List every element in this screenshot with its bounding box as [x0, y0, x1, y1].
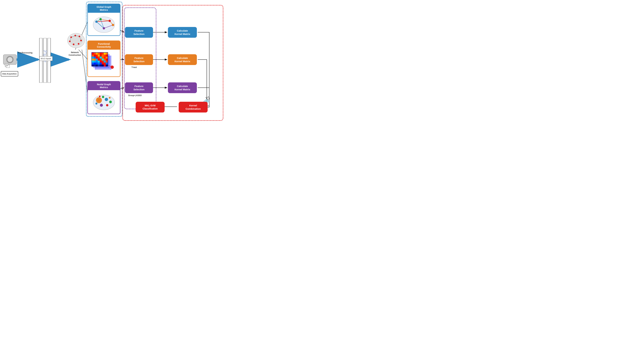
data-acquisition-box: Data Acquisition: [1, 71, 18, 76]
svg-point-131: [209, 98, 210, 99]
svg-rect-105: [96, 64, 98, 66]
svg-rect-76: [102, 56, 104, 58]
functional-connectivity-box: FunctionalConnectivity: [87, 40, 120, 77]
svg-rect-97: [96, 62, 98, 64]
svg-point-51: [100, 18, 102, 20]
svg-rect-77: [104, 56, 106, 58]
svg-rect-85: [104, 58, 106, 60]
svg-rect-71: [92, 56, 94, 58]
svg-rect-68: [102, 54, 104, 56]
svg-rect-100: [102, 62, 104, 64]
svg-rect-102: [106, 62, 108, 64]
svg-point-118: [106, 104, 108, 106]
svg-rect-83: [100, 58, 102, 60]
svg-point-117: [109, 100, 112, 103]
svg-point-48: [108, 20, 111, 22]
pipeline-diagram: Data Acquisition Pre-Processing BOLD Sig…: [0, 0, 232, 129]
svg-rect-98: [98, 62, 100, 64]
svg-rect-67: [100, 54, 102, 56]
brain-network-icon: [66, 32, 86, 50]
svg-point-33: [73, 44, 74, 45]
mkl-svm-box: MKL-SVMClassification: [136, 102, 164, 112]
svg-rect-109: [104, 64, 106, 66]
svg-rect-69: [104, 54, 106, 56]
svg-point-50: [103, 27, 105, 30]
feature-selection-1: FeatureSelection: [125, 27, 153, 38]
svg-rect-81: [96, 58, 98, 60]
svg-rect-59: [100, 52, 102, 54]
svg-point-120: [96, 102, 98, 104]
svg-point-127: [206, 97, 206, 98]
group-lasso-label: Group-LASSO: [128, 94, 142, 96]
svg-rect-66: [98, 54, 100, 56]
nodal-graph-metrics-box: Nodal GraphMetrics: [87, 81, 120, 114]
svg-rect-108: [102, 64, 104, 66]
nodal-graph-visual: [88, 90, 120, 114]
svg-rect-62: [106, 52, 108, 54]
svg-point-129: [207, 97, 208, 98]
global-graph-metrics-box: Global GraphMetrics: [87, 4, 120, 36]
svg-rect-63: [92, 54, 94, 56]
svg-point-17: [8, 57, 12, 62]
svg-point-32: [78, 43, 80, 45]
svg-rect-88: [94, 60, 96, 62]
svg-rect-101: [104, 62, 106, 64]
nodal-graph-header: Nodal GraphMetrics: [88, 82, 120, 90]
svg-rect-107: [100, 64, 102, 66]
svg-rect-72: [94, 56, 96, 58]
svg-rect-87: [92, 60, 94, 62]
svg-rect-79: [92, 58, 94, 60]
svg-rect-94: [106, 60, 108, 62]
svg-rect-92: [102, 60, 104, 62]
t-test-label: T-test: [132, 66, 137, 68]
svg-rect-91: [100, 60, 102, 62]
svg-rect-89: [96, 60, 98, 62]
svg-rect-84: [102, 58, 104, 60]
network-construction-label: NetworkConstruction: [69, 51, 81, 56]
svg-point-121: [109, 97, 110, 98]
svg-rect-82: [98, 58, 100, 60]
svg-rect-73: [96, 56, 98, 58]
mri-scanner: [2, 51, 17, 68]
svg-point-111: [110, 66, 114, 69]
svg-rect-58: [98, 52, 100, 54]
svg-rect-57: [96, 52, 98, 54]
functional-connectivity-visual: [88, 50, 120, 76]
svg-rect-99: [100, 62, 102, 64]
svg-rect-60: [102, 52, 104, 54]
svg-rect-56: [94, 52, 96, 54]
svg-rect-93: [104, 60, 106, 62]
svg-rect-65: [96, 54, 98, 56]
kernel-combination-box: KernelCombination: [179, 102, 208, 112]
svg-point-115: [97, 98, 100, 102]
global-graph-visual: [88, 13, 120, 36]
svg-rect-64: [94, 54, 96, 56]
calc-kernel-1: CalculateKernel Matrix: [168, 27, 197, 38]
svg-rect-110: [106, 64, 108, 66]
svg-rect-90: [98, 60, 100, 62]
calc-kernel-2: CalculateKernel Matrix: [168, 54, 197, 65]
svg-point-39: [93, 17, 115, 32]
svg-point-119: [100, 104, 103, 107]
pre-processing-label: Pre-Processing: [18, 52, 32, 54]
svg-rect-74: [98, 56, 100, 58]
svg-point-49: [112, 24, 114, 26]
svg-rect-106: [98, 64, 100, 66]
svg-rect-96: [94, 62, 96, 64]
global-graph-header: Global GraphMetrics: [88, 4, 120, 13]
svg-rect-22: [8, 66, 8, 66]
svg-point-122: [102, 96, 104, 98]
svg-point-116: [105, 98, 108, 101]
svg-point-126: [208, 99, 208, 100]
svg-rect-21: [6, 65, 7, 66]
svg-point-125: [206, 98, 207, 99]
svg-rect-61: [104, 52, 106, 54]
feature-selection-2: FeatureSelection: [125, 54, 153, 65]
calc-kernel-3: CalculateKernel Matrix: [168, 82, 197, 93]
bold-signals-box: BOLD Signals: [39, 56, 52, 61]
svg-point-128: [208, 98, 210, 98]
svg-point-130: [208, 96, 209, 97]
svg-rect-103: [92, 64, 94, 66]
svg-rect-86: [106, 58, 108, 60]
svg-rect-70: [106, 54, 108, 56]
